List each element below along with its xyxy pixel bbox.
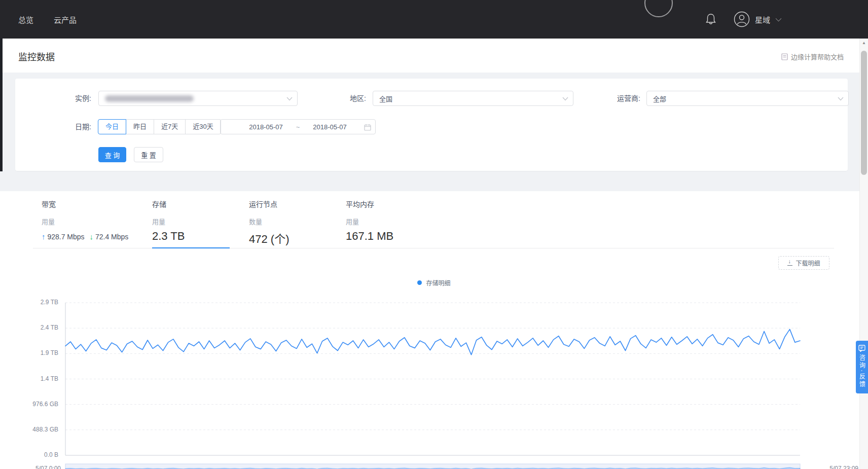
avatar-icon xyxy=(734,11,750,27)
tab-storage[interactable]: 存储 用量 2.3 TB xyxy=(152,199,230,243)
carrier-label: 运营商: xyxy=(586,91,640,106)
y-axis-tick: 1.9 TB xyxy=(15,349,58,356)
tab-bandwidth[interactable]: 带宽 用量 ↑ 928.7 Mbps ↓ 72.4 Mbps xyxy=(42,199,152,241)
legend-label: 存储明细 xyxy=(426,278,450,287)
carrier-value: 全部 xyxy=(653,94,666,103)
memory-value: 167.1 MB xyxy=(346,230,432,243)
y-axis-tick: 2.9 TB xyxy=(15,299,58,306)
left-edge-strip xyxy=(0,39,3,171)
stat-subtitle: 数量 xyxy=(249,217,346,226)
query-button[interactable]: 查 询 xyxy=(98,147,126,162)
monitoring-page: 总览 云产品 星域 监控数据 xyxy=(0,0,868,469)
carrier-select[interactable]: 全部 xyxy=(646,91,849,106)
filter-panel: 实例: 地区: 全国 运营商: 全部 日期: 今日 昨日 近7天 近30天 20… xyxy=(15,79,848,171)
arc-decoration xyxy=(644,0,673,17)
instance-value-redacted xyxy=(105,95,194,102)
up-arrow-icon: ↑ xyxy=(42,232,46,241)
storage-line-chart: 0.0 B488.3 GB976.6 GB1.4 TB1.9 TB2.4 TB2… xyxy=(0,286,868,469)
instance-select[interactable] xyxy=(98,91,298,106)
date-separator: ~ xyxy=(296,123,300,131)
region-label: 地区: xyxy=(319,91,366,106)
date-preset-group: 今日 昨日 近7天 近30天 xyxy=(98,119,221,134)
storage-value: 2.3 TB xyxy=(152,230,230,243)
user-menu[interactable]: 星域 xyxy=(734,11,782,27)
doc-icon xyxy=(781,53,788,60)
y-axis-tick: 488.3 GB xyxy=(15,426,58,433)
date-range-input[interactable]: 2018-05-07 ~ 2018-05-07 xyxy=(220,119,376,134)
help-doc-label: 边缘计算帮助文档 xyxy=(791,52,844,61)
date-preset-today[interactable]: 今日 xyxy=(98,119,126,134)
chevron-down-icon xyxy=(286,97,293,101)
download-value: 72.4 Mbps xyxy=(95,233,128,241)
download-icon xyxy=(787,260,792,266)
scrollbar-up-arrow[interactable]: ▲ xyxy=(860,41,868,45)
reset-button[interactable]: 重 置 xyxy=(134,147,163,162)
x-axis-start-label: 5/07 0:00 xyxy=(35,465,61,469)
region-select[interactable]: 全国 xyxy=(373,91,573,106)
stat-subtitle: 用量 xyxy=(42,217,152,226)
date-preset-yesterday[interactable]: 昨日 xyxy=(126,119,154,134)
calendar-icon xyxy=(364,124,371,131)
page-title: 监控数据 xyxy=(18,50,55,63)
feedback-tab-label: 咨询·反馈 xyxy=(858,354,866,388)
feedback-chat-icon xyxy=(858,345,865,352)
y-axis-tick: 976.6 GB xyxy=(15,401,58,408)
nodes-value: 472 (个) xyxy=(249,230,346,246)
date-label: 日期: xyxy=(46,119,91,134)
download-label: 下载明细 xyxy=(795,259,820,267)
tab-running-nodes[interactable]: 运行节点 数量 472 (个) xyxy=(249,199,346,246)
chevron-down-icon xyxy=(562,97,568,101)
page-header: 监控数据 边缘计算帮助文档 xyxy=(0,39,868,73)
date-from: 2018-05-07 xyxy=(249,123,283,131)
x-axis-end-label: 5/07 23:09 xyxy=(790,465,858,469)
notification-bell-icon[interactable] xyxy=(705,13,716,25)
scrollbar-thumb[interactable] xyxy=(861,51,867,175)
legend-dot-icon xyxy=(417,280,422,285)
y-axis-tick: 0.0 B xyxy=(15,451,58,458)
user-name: 星域 xyxy=(755,14,770,25)
chevron-down-icon xyxy=(776,15,781,21)
metrics-chart-card: 带宽 用量 ↑ 928.7 Mbps ↓ 72.4 Mbps 存储 用量 2.3… xyxy=(0,191,868,469)
upload-value: 928.7 Mbps xyxy=(47,233,84,241)
region-value: 全国 xyxy=(379,94,392,103)
stat-title: 运行节点 xyxy=(249,199,346,209)
nav-item-overview[interactable]: 总览 xyxy=(18,14,33,25)
stat-title: 平均内存 xyxy=(346,199,432,209)
help-doc-link[interactable]: 边缘计算帮助文档 xyxy=(781,52,844,61)
stat-title: 带宽 xyxy=(42,199,152,209)
nav-item-cloud-products[interactable]: 云产品 xyxy=(54,14,77,25)
top-navbar: 总览 云产品 星域 xyxy=(0,0,868,39)
y-axis-tick: 1.4 TB xyxy=(15,375,58,382)
down-arrow-icon: ↓ xyxy=(90,232,94,241)
date-preset-7days[interactable]: 近7天 xyxy=(154,119,186,134)
tab-avg-memory[interactable]: 平均内存 用量 167.1 MB xyxy=(346,199,432,243)
active-tab-underline xyxy=(152,247,230,248)
stat-subtitle: 用量 xyxy=(152,217,230,226)
stat-title: 存储 xyxy=(152,199,230,209)
page-scrollbar[interactable]: ▲ xyxy=(859,39,868,469)
instance-label: 实例: xyxy=(46,91,91,106)
chart-legend[interactable]: 存储明细 xyxy=(0,278,868,287)
y-axis-tick: 2.4 TB xyxy=(15,324,58,331)
chevron-down-icon xyxy=(838,97,844,101)
date-to: 2018-05-07 xyxy=(313,123,347,131)
date-preset-30days[interactable]: 近30天 xyxy=(186,119,221,134)
stat-subtitle: 用量 xyxy=(346,217,432,226)
download-details-button[interactable]: 下载明细 xyxy=(778,256,829,270)
feedback-tab[interactable]: 咨询·反馈 xyxy=(856,341,868,393)
